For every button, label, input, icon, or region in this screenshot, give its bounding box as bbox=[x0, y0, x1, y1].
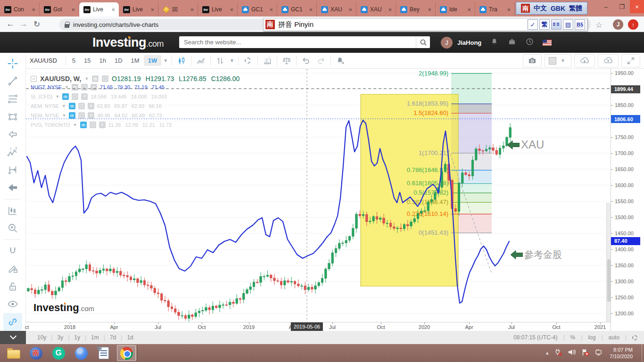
browser-profile-avatar[interactable]: J bbox=[613, 19, 623, 30]
remove-icon[interactable]: × bbox=[81, 93, 88, 100]
legend-instrument-name[interactable]: SI, (CFD) bbox=[31, 94, 52, 99]
legend-instrument-name[interactable]: AEM, NYSE bbox=[31, 103, 59, 109]
back-button[interactable]: ← bbox=[4, 17, 17, 31]
range-button-7d[interactable]: 7d bbox=[105, 334, 121, 341]
add-alert-bell-icon[interactable] bbox=[333, 54, 348, 67]
timeframe-1D[interactable]: 1D bbox=[110, 55, 127, 66]
chart-panel[interactable]: 2(1948.99)1.618(1853.95)1.5(1824.60)1(17… bbox=[26, 69, 611, 322]
scrollbar-thumb[interactable] bbox=[607, 259, 611, 302]
minimize-button[interactable]: – bbox=[598, 0, 614, 13]
eye-icon[interactable] bbox=[80, 122, 87, 128]
elliott-wave-tool-icon[interactable]: 15 bbox=[3, 143, 22, 161]
tab-Ide-11[interactable]: Ide× bbox=[436, 2, 475, 16]
hidden-icons-arrow[interactable]: ▲ bbox=[545, 351, 549, 355]
taskbar-chrome-icon[interactable] bbox=[117, 345, 136, 361]
show-desktop-button[interactable] bbox=[642, 344, 644, 362]
tab-Tra-12[interactable]: Tra× bbox=[475, 2, 515, 16]
tab-close-icon[interactable]: × bbox=[387, 7, 393, 13]
ime-charset-label[interactable]: 繁體 bbox=[569, 4, 582, 13]
magnet-tool-icon[interactable] bbox=[3, 242, 22, 260]
load-chart-cloud-icon[interactable] bbox=[574, 54, 595, 67]
remove-icon[interactable]: × bbox=[88, 112, 94, 119]
compare-instrument-button[interactable] bbox=[213, 54, 228, 67]
fullscreen-icon[interactable] bbox=[621, 54, 640, 67]
chart-settings-gear-icon[interactable] bbox=[240, 54, 256, 67]
lock-drawings-icon[interactable] bbox=[3, 278, 22, 296]
price-axis[interactable]: 1950.001850.001750.001700.001650.001600.… bbox=[611, 69, 644, 331]
tab-Live-3[interactable]: InvLive× bbox=[119, 2, 158, 16]
eye-icon[interactable] bbox=[62, 93, 69, 100]
tab-GC1-7[interactable]: GC1× bbox=[277, 2, 317, 16]
date-range-tool-icon[interactable] bbox=[3, 161, 22, 179]
legend-instrument-name[interactable]: NEM, NYSE bbox=[31, 113, 59, 118]
ime-keyboard-icon[interactable]: ⠿⠿ bbox=[551, 19, 561, 30]
timeframe-15[interactable]: 15 bbox=[80, 55, 95, 66]
tab-close-icon[interactable]: × bbox=[268, 7, 274, 13]
eye-icon[interactable] bbox=[92, 75, 99, 82]
remove-icon[interactable]: × bbox=[91, 84, 97, 90]
remove-icon[interactable]: × bbox=[99, 122, 106, 128]
tab-XAU-8[interactable]: XAU× bbox=[317, 2, 356, 16]
log-scale-button[interactable]: log bbox=[588, 334, 595, 341]
background-color-picker[interactable]: ▼ bbox=[545, 54, 571, 67]
percent-scale-button[interactable]: % bbox=[570, 334, 576, 341]
notifications-bell-icon[interactable] bbox=[490, 37, 499, 48]
chrome-update-icon[interactable]: ↑ bbox=[628, 19, 638, 30]
legend-instrument-name[interactable]: PVG, TORONTO bbox=[31, 122, 70, 128]
gear-icon[interactable] bbox=[90, 122, 96, 128]
volume-icon[interactable] bbox=[567, 348, 576, 358]
legend-symbol-title[interactable]: XAU/USD, W, bbox=[40, 75, 81, 82]
tab-close-icon[interactable]: × bbox=[229, 7, 234, 13]
time-axis[interactable]: ct2018AprJulOct2019AprJulOct2020AprJulOc… bbox=[26, 322, 611, 331]
portfolio-briefcase-icon[interactable] bbox=[507, 37, 517, 48]
ime-lang-label[interactable]: 中文 bbox=[534, 4, 547, 13]
audio-device-error-icon[interactable] bbox=[554, 348, 562, 358]
compare-dropdown-icon[interactable]: ▼ bbox=[228, 58, 236, 63]
fib-retracement-tool-icon[interactable] bbox=[3, 90, 22, 108]
undo-icon[interactable] bbox=[298, 54, 314, 67]
bookmark-star-icon[interactable]: ☆ bbox=[595, 20, 603, 30]
arrow-shape-tool-icon[interactable] bbox=[3, 125, 22, 143]
taskbar-grammarly-icon[interactable]: G bbox=[49, 345, 68, 361]
tab-Live-5[interactable]: InvLive× bbox=[198, 2, 238, 16]
legend-dropdown-icon[interactable]: ▼ bbox=[62, 113, 66, 118]
ime-language-bar[interactable]: 南 中文 GBK 繁體 bbox=[516, 2, 587, 15]
legend-collapse-icon[interactable]: − bbox=[31, 76, 37, 82]
taskbar-openoffice-icon[interactable] bbox=[94, 345, 113, 361]
crosshair-icon[interactable] bbox=[3, 55, 22, 73]
taskbar-chromium-icon[interactable] bbox=[72, 345, 91, 361]
tab-close-icon[interactable]: × bbox=[70, 7, 76, 13]
gear-icon[interactable] bbox=[72, 93, 78, 100]
gear-icon[interactable] bbox=[78, 103, 85, 109]
tab-close-icon[interactable]: × bbox=[506, 7, 512, 13]
user-name[interactable]: JiaHong bbox=[457, 39, 481, 46]
ime-big5-icon[interactable]: B5 bbox=[575, 19, 585, 30]
compare-scales-icon[interactable] bbox=[279, 54, 294, 67]
eye-icon[interactable] bbox=[69, 112, 75, 119]
taskbar-njstar-icon[interactable]: 南 bbox=[26, 345, 45, 361]
tab-close-icon[interactable]: × bbox=[308, 7, 314, 13]
save-chart-cloud-icon[interactable] bbox=[598, 54, 619, 67]
drawing-mode-lock-icon[interactable] bbox=[3, 260, 22, 278]
tab-Gol-1[interactable]: InvGol× bbox=[40, 2, 79, 16]
tab-GC1-6[interactable]: GC1× bbox=[238, 2, 277, 16]
user-avatar[interactable]: J bbox=[441, 37, 453, 49]
range-button-1m[interactable]: 1m bbox=[86, 334, 104, 341]
tab-close-icon[interactable]: × bbox=[427, 7, 432, 13]
tab-close-icon[interactable]: × bbox=[31, 7, 36, 13]
timeframe-1W[interactable]: 1W bbox=[144, 55, 162, 66]
ime-traditional-icon[interactable]: 繁 bbox=[539, 19, 550, 30]
network-icon[interactable] bbox=[594, 348, 603, 358]
symbol-search-field[interactable]: XAU/USD bbox=[26, 57, 64, 64]
legend-dropdown-icon[interactable]: ▼ bbox=[73, 123, 77, 127]
tab-close-icon[interactable]: × bbox=[189, 7, 195, 13]
legend-dropdown-icon[interactable]: ▼ bbox=[55, 94, 59, 99]
eye-icon[interactable] bbox=[72, 84, 78, 90]
ime-edit-icon[interactable]: ▤ bbox=[563, 19, 573, 30]
action-center-flag-icon[interactable] bbox=[581, 348, 589, 358]
edition-flag-icon[interactable] bbox=[543, 40, 552, 46]
site-search-input[interactable] bbox=[179, 39, 416, 46]
range-button-1y[interactable]: 1y bbox=[69, 334, 85, 341]
legend-instrument-name[interactable]: NUGT, NYSE bbox=[31, 84, 62, 90]
legend-dropdown-icon[interactable]: ▼ bbox=[84, 76, 89, 81]
